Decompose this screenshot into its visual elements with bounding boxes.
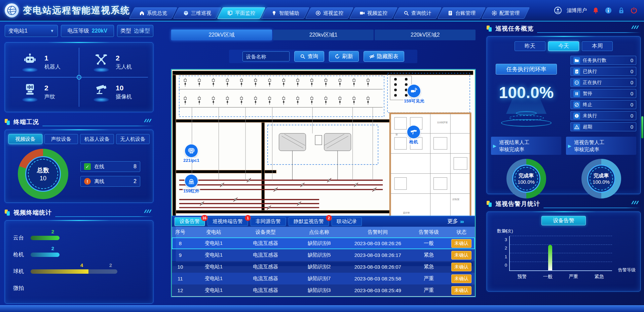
query-button[interactable]: 查询 <box>294 51 324 62</box>
x-axis-label: 告警等级 <box>618 267 636 273</box>
hide-chart-button[interactable]: 隐藏图表 <box>364 51 404 62</box>
nav-tab-query-statistics[interactable]: 查询统计 <box>396 7 439 19</box>
section-corner-icon <box>487 201 492 207</box>
monthly-alarm-bar-chart: 数量(次) 告警等级 0 1 2 3 4 预警 一般 严重 紧急 <box>492 228 636 282</box>
user-avatar-icon[interactable] <box>554 6 562 14</box>
marker-visible-light-camera[interactable]: 159可见光 <box>403 85 425 104</box>
tab-non-homologous-alarms[interactable]: 非同源告警 <box>251 217 286 226</box>
tab-video-devices[interactable]: 视频设备 <box>8 134 42 144</box>
nav-tab-config-management[interactable]: 配置管理 <box>484 7 527 19</box>
offline-count: 2 <box>134 178 137 184</box>
info-icon[interactable] <box>604 6 612 14</box>
page-scrollbar[interactable] <box>641 22 644 305</box>
left-sidebar: 变电站1 ▼ 电压等级 220kV 类型 边缘型 1机器人 <box>5 25 153 304</box>
footer-bar <box>0 305 644 312</box>
bar-row-micro-camera: 微拍 <box>13 280 145 297</box>
donut-legend: ✓ 在线 8 ! 离线 2 <box>80 161 140 187</box>
review-alarm-block: ▶ 巡视告警人工审核完成率 完成率 100.0% <box>566 137 636 198</box>
scrollbar-thumb[interactable] <box>641 116 643 138</box>
task-stats: 任务执行数 0 已执行 0 正在执行 0 暂停 <box>570 56 636 131</box>
target-icon <box>315 10 321 16</box>
tab-region-220kv-1[interactable]: 220kv区域1 <box>273 30 374 40</box>
notification-bell-icon[interactable] <box>592 6 600 14</box>
robot-icon <box>21 53 39 72</box>
terminal-status-panel: 视频设备 声纹设备 机器人设备 无人机设备 总数 10 ✓ 在线 8 <box>5 130 153 203</box>
monthly-alarm-header: 巡视告警月统计 <box>487 199 641 209</box>
tab-drone-devices[interactable]: 无人机设备 <box>116 134 150 144</box>
table-row[interactable]: 11 变电站1 电流互感器 缺陷识别7 2023-08-03 08:25:58 … <box>172 273 475 284</box>
tab-voiceprint-devices[interactable]: 声纹设备 <box>44 134 78 144</box>
terminal-total: 10 <box>40 175 46 182</box>
tab-terminal-alarms[interactable]: 巡视终端告警 1 <box>207 217 248 226</box>
tab-robot-devices[interactable]: 机器人设备 <box>80 134 114 144</box>
device-name-input[interactable] <box>242 51 290 61</box>
device-alarm-button[interactable]: 设备告警 <box>541 216 586 225</box>
station-select[interactable]: 变电站1 ▼ <box>5 25 58 37</box>
table-row[interactable]: 12 变电站1 电流互感器 缺陷识别3 2023-08-03 08:25:49 … <box>172 284 475 296</box>
stat-executed: 已执行 0 <box>570 67 636 76</box>
chevron-down-icon: ▼ <box>50 29 54 33</box>
brand: 变电站远程智能巡视系统 <box>0 3 132 17</box>
app-title: 变电站远程智能巡视系统 <box>23 4 130 16</box>
right-sidebar: 巡视任务概览 昨天 今天 本周 任务执行闭环率 100.0% 任务执行数 <box>487 24 641 292</box>
nav-tab-system-overview[interactable]: 系统总览 <box>132 7 175 19</box>
substation-floor-plan: 110保护室室控制室监控室 159可见光 枪机 <box>171 69 476 297</box>
tab-yesterday[interactable]: 昨天 <box>515 41 545 51</box>
status-unconfirmed-button[interactable]: 未确认 <box>451 286 471 295</box>
voiceprint-count: 2 <box>44 84 48 92</box>
nav-tab-smart-assist[interactable]: 智能辅助 <box>264 7 307 19</box>
ticks-decoration-icon <box>632 201 638 204</box>
gun-camera-bar: 2 <box>31 253 60 257</box>
power-icon[interactable] <box>630 6 638 14</box>
nav-tab-inspection-monitoring[interactable]: 巡视监控 <box>308 7 351 19</box>
dome-camera-bar-secondary: 2 <box>88 269 117 274</box>
tab-region-220kv-2[interactable]: 220kV区域2 <box>375 30 476 40</box>
table-row[interactable]: 10 变电站1 电流互感器 缺陷识别2 2023-08-03 08:26:07 … <box>172 261 475 273</box>
nav-tab-ledger-management[interactable]: 台账管理 <box>440 7 483 19</box>
table-row[interactable]: 8 变电站1 电流互感器 缺陷识别8 2023-08-03 08:26:26 一… <box>172 237 475 249</box>
svg-text:室: 室 <box>395 133 398 136</box>
nav-tab-video-monitoring[interactable]: 视频监控 <box>352 7 395 19</box>
header: 变电站远程智能巡视系统 系统总览 三维巡视 平面监控 智能辅助 巡视监控 <box>0 0 644 21</box>
search-icon <box>300 54 305 59</box>
tab-linkage-records[interactable]: 联动记录 <box>332 217 362 226</box>
marker-robot-221ipc1[interactable]: 221ipc1 <box>183 144 200 163</box>
section-corner-icon <box>5 119 10 125</box>
video-terminal-stats-header: 视频终端统计 <box>5 208 153 218</box>
monitor-icon <box>227 10 233 16</box>
tab-device-alarms[interactable]: 设备告警 16 <box>175 217 205 226</box>
user-name[interactable]: 淄博用户 <box>567 7 587 14</box>
gear-icon <box>492 10 497 16</box>
review-alarm-donut-chart: 完成率 100.0% <box>581 159 621 198</box>
tab-this-week[interactable]: 本周 <box>582 41 613 51</box>
closure-rate-block: 任务执行闭环率 100.0% <box>491 56 562 131</box>
tab-today[interactable]: 今天 <box>548 41 579 51</box>
marker-gun-camera[interactable]: 枪机 <box>407 126 420 145</box>
gun-camera-icon <box>407 126 420 138</box>
status-unconfirmed-button[interactable]: 未确认 <box>451 239 471 248</box>
refresh-button[interactable]: 刷新 <box>329 51 359 62</box>
status-unconfirmed-button[interactable]: 未确认 <box>451 274 471 283</box>
more-link[interactable]: 更多 ››› <box>447 218 472 225</box>
search-icon <box>404 10 409 16</box>
main-nav: 系统总览 三维巡视 平面监控 智能辅助 巡视监控 视频监控 <box>132 0 527 21</box>
review-alarm-label: ▶ 巡视告警人工审核完成率 <box>566 137 636 155</box>
camera-count: 10 <box>116 84 123 92</box>
nav-tab-3d-inspection[interactable]: 三维巡视 <box>176 7 219 19</box>
marker-infrared-camera[interactable]: 159红外 <box>183 175 200 194</box>
company-logo-icon <box>5 3 19 17</box>
status-unconfirmed-button[interactable]: 未确认 <box>451 263 471 271</box>
nav-tab-plane-monitoring[interactable]: 平面监控 <box>220 7 263 19</box>
monthly-alarm-panel: 设备告警 数量(次) 告警等级 0 1 2 3 4 预警 一般 严重 <box>487 212 641 292</box>
video-terminal-bars-panel: 云台 2 枪机 2 球机 4 2 微拍 <box>5 220 153 304</box>
period-tabs: 昨天 今天 本周 <box>491 41 636 51</box>
ptz-camera-icon <box>408 85 420 97</box>
review-result-block: ▶ 巡视结果人工审核完成率 完成率 100.0% <box>491 137 561 198</box>
review-result-donut-chart: 完成率 100.0% <box>506 159 546 198</box>
bar-row-dome-camera: 球机 4 2 <box>13 263 145 280</box>
table-row[interactable]: 9 变电站1 电流互感器 缺陷识别5 2023-08-03 08:26:17 紧… <box>172 249 475 261</box>
status-unconfirmed-button[interactable]: 未确认 <box>451 251 471 260</box>
lock-icon[interactable] <box>617 6 625 14</box>
tab-silent-monitoring-alarms[interactable]: 静默监视告警 2 <box>289 217 329 226</box>
tab-region-220kv[interactable]: 220kV区域 <box>171 30 272 40</box>
